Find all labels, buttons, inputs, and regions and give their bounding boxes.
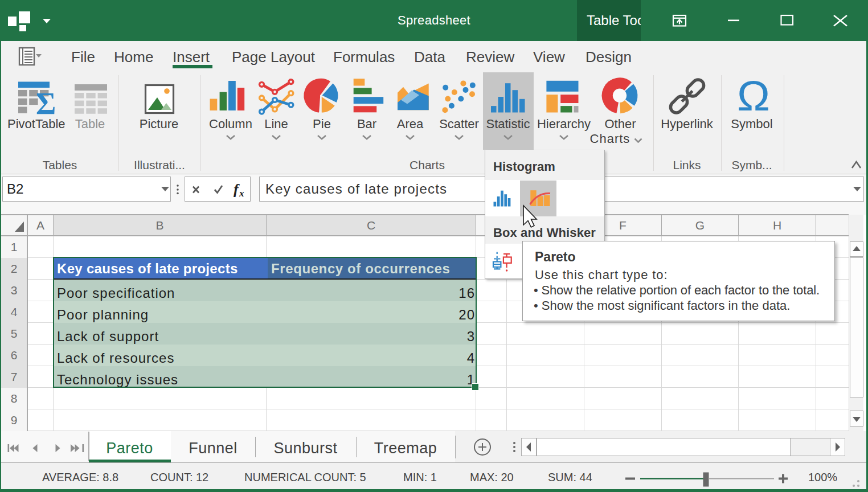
svg-text:x: x [239, 188, 244, 199]
svg-text:Σ: Σ [36, 87, 56, 121]
svg-text:Ω: Ω [737, 74, 770, 120]
